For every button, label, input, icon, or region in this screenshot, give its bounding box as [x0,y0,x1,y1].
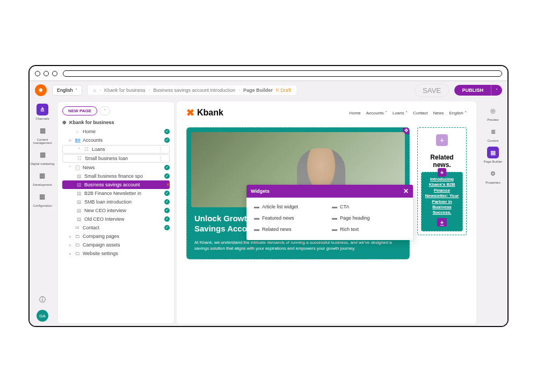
tree-node[interactable]: ☷Small business loan⋮ [62,154,170,163]
site-header: ✖Kbank HomeAccounts ˅Loans ˅ContactNewsE… [177,101,476,122]
canvas: ✖Kbank HomeAccounts ˅Loans ˅ContactNewsE… [177,101,476,324]
tree-node[interactable]: ˅📋News✓ [62,163,170,172]
widget-option[interactable]: ▬Article list widget [252,201,330,212]
left-rail: ⋔Channels▦Content management▦Digital mar… [30,99,55,326]
related-title: Related news. [421,154,463,169]
widget-option[interactable]: ▬CTA [330,201,408,212]
nav-item[interactable]: News [433,111,444,115]
tree-node[interactable]: ⌂Home✓ [62,127,170,136]
tree-node[interactable]: ▤SMB loan introduction✓ [62,198,170,206]
right-rail-item[interactable]: ◎Preview [487,105,499,121]
rail-item[interactable]: ▦Content management [30,125,55,144]
close-icon[interactable]: ✕ [403,187,409,195]
tree-node[interactable]: ˅☷Loans⋮ [62,145,170,154]
nav-item[interactable]: Contact [413,111,428,115]
tree-node[interactable]: ▤Small business finance spo✓ [62,172,170,180]
status-badge: ⎘Draft [276,88,291,93]
tree-node[interactable]: >🗀Compaing pages [62,232,170,241]
info-icon[interactable]: ⓘ [37,294,48,306]
nav-item[interactable]: Loans ˅ [393,111,408,115]
home-icon: ⌂ [93,88,96,93]
site-nav: HomeAccounts ˅Loans ˅ContactNewsEnglish … [349,111,467,115]
nav-item[interactable]: Accounts ˅ [366,111,387,115]
tree-node[interactable]: >🗀Campaign assets [62,241,170,249]
language-selector[interactable]: English ˅ [52,85,82,96]
right-rail-item[interactable]: ▦Page Builder [484,147,502,163]
widget-option[interactable]: ▬Page heading [330,212,408,223]
right-rail-item[interactable]: ⚙Properties [485,168,500,184]
tree-node[interactable]: >👥Accounts✓ [62,136,170,144]
new-page-dropdown[interactable]: ˅ [99,106,110,115]
tree-node[interactable]: ▤Old CEO Interview✓ [62,215,170,223]
widget-option[interactable]: ▬Related news [252,223,330,235]
tree-node[interactable]: ▤B2B Finance Newsletter in✓ [62,189,170,198]
tree-node[interactable]: ▤New CEO interview✓ [62,206,170,215]
tree-node[interactable]: >🗀Website settings [62,249,170,258]
insert-above-button[interactable]: + [438,168,446,177]
widgets-header[interactable]: Widgets ✕ [246,185,413,198]
language-label: English [57,88,73,93]
widgets-popup: Widgets ✕ ▬Article list widget▬CTA▬Featu… [246,185,413,240]
page-tree: NEW PAGE ˅ ⊕Kbank for business ⌂Home✓>👥A… [57,101,175,324]
browser-chrome [30,66,507,81]
avatar[interactable]: GA [37,310,48,322]
save-button[interactable]: SAVE [415,84,449,97]
related-news-card[interactable]: + Related news. + Introducing Kbank's B2… [417,127,467,235]
nav-item[interactable]: Home [349,111,360,115]
widget-option[interactable]: ▬Featured news [252,212,330,223]
tree-node[interactable]: ▤Business savings account⎘ [62,180,170,189]
tree-root[interactable]: ⊕Kbank for business [62,120,170,125]
nav-item[interactable]: English ˅ [449,111,467,115]
insert-below-button[interactable]: + [437,218,447,227]
address-bar[interactable] [63,70,502,77]
rail-item[interactable]: ▦Configuration [33,191,52,207]
add-widget-button[interactable]: + [436,134,448,146]
breadcrumb[interactable]: ⌂› Kbank for business› Business savings … [88,85,297,96]
right-rail: ◎Preview≣Content▦Page Builder⚙Properties [478,99,507,326]
new-page-button[interactable]: NEW PAGE [62,106,97,115]
app-logo[interactable]: ✽ [35,84,47,96]
rail-item[interactable]: ▦Digital marketing [31,149,55,165]
right-rail-item[interactable]: ≣Content [487,126,499,142]
tree-node[interactable]: ✉Contact✓ [62,223,170,232]
rail-item[interactable]: ▦Development [33,170,52,186]
chevron-down-icon: ˅ [75,88,77,93]
rail-item[interactable]: ⋔Channels [35,104,49,120]
newsletter-card[interactable]: + Introducing Kbank's B2B Finance Newsle… [421,172,463,231]
widget-option[interactable]: ▬Rich text [330,223,408,235]
top-bar: ✽ English ˅ ⌂› Kbank for business› Busin… [30,81,507,99]
publish-dropdown[interactable]: ˅ [491,85,502,96]
publish-button[interactable]: PUBLISH [454,85,491,96]
site-logo[interactable]: ✖Kbank [186,107,223,119]
browser-frame: ✽ English ˅ ⌂› Kbank for business› Busin… [28,65,509,327]
